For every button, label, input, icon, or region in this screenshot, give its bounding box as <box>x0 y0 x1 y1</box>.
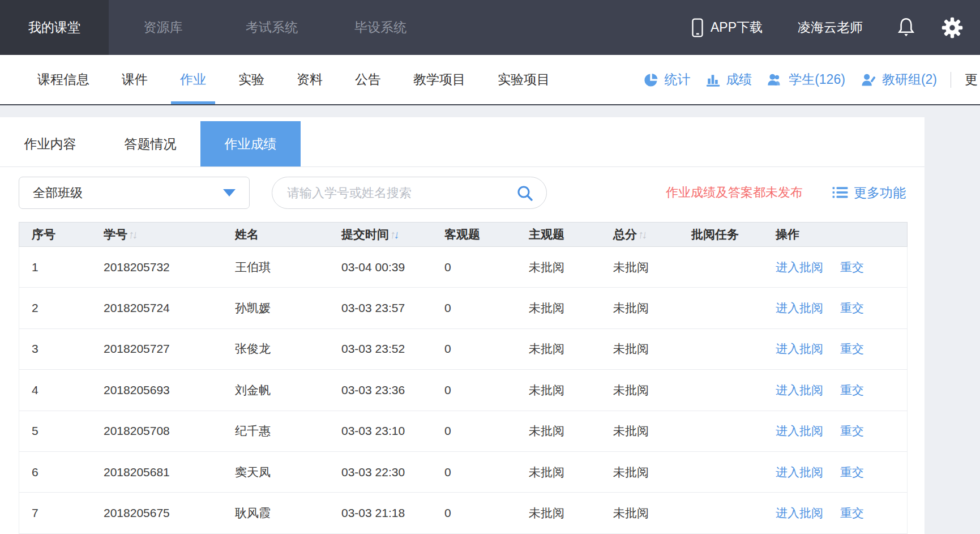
resubmit-link[interactable]: 重交 <box>840 300 864 316</box>
search-input[interactable] <box>287 186 502 200</box>
cell-index: 6 <box>19 465 91 479</box>
enter-review-link[interactable]: 进入批阅 <box>776 341 823 357</box>
column-header: 批阅任务 <box>679 227 763 242</box>
column-header: 客观题 <box>432 227 516 242</box>
course-nav-item[interactable]: 教学项目 <box>413 55 465 104</box>
top-nav-item-active[interactable]: 我的课堂 <box>0 0 109 55</box>
cell-objective: 0 <box>432 383 516 397</box>
bar-chart-icon <box>705 72 721 88</box>
students-icon <box>767 72 784 88</box>
enter-review-link[interactable]: 进入批阅 <box>776 423 823 439</box>
app-download-link[interactable]: APP下载 <box>691 18 763 37</box>
cell-name: 窦天凤 <box>222 464 329 480</box>
resubmit-link[interactable]: 重交 <box>840 382 864 398</box>
cell-subjective: 未批阅 <box>516 464 601 480</box>
cell-objective: 0 <box>432 424 516 438</box>
filter-bar: 全部班级 作业成绩及答案都未发布 更多功能 <box>0 167 925 221</box>
tools-divider <box>951 72 951 88</box>
more-functions-label: 更多功能 <box>854 184 906 202</box>
cell-student-id: 2018205732 <box>91 260 222 274</box>
course-nav-item-active[interactable]: 作业 <box>180 55 206 104</box>
top-nav-item[interactable]: 毕设系统 <box>326 0 435 55</box>
gear-icon[interactable] <box>942 17 963 39</box>
cell-subjective: 未批阅 <box>516 505 601 521</box>
cell-student-id: 2018205727 <box>91 342 222 356</box>
cell-objective: 0 <box>432 260 516 274</box>
cell-index: 2 <box>19 301 91 315</box>
cell-name: 孙凯媛 <box>222 300 329 316</box>
sort-icon[interactable]: ↑↓ <box>127 228 137 241</box>
tool-button[interactable]: 教研组(2) <box>860 71 937 88</box>
table-row: 12018205732王伯琪03-04 00:390未批阅未批阅进入批阅重交 <box>19 247 908 288</box>
column-header[interactable]: 学号↑↓ <box>91 227 222 242</box>
search-icon[interactable] <box>516 184 534 202</box>
column-header[interactable]: 提交时间↑↓ <box>329 227 432 242</box>
tool-button[interactable]: 成绩 <box>705 71 752 88</box>
cell-submit-time: 03-03 21:18 <box>329 506 432 520</box>
cell-actions: 进入批阅重交 <box>763 505 907 521</box>
sort-icon[interactable]: ↑↓ <box>389 228 399 241</box>
more-functions-button[interactable]: 更多功能 <box>832 167 906 218</box>
tab[interactable]: 答题情况 <box>100 121 200 166</box>
course-nav-item[interactable]: 资料 <box>297 55 323 104</box>
phone-icon <box>691 18 704 37</box>
cell-submit-time: 03-03 23:36 <box>329 383 432 397</box>
cell-submit-time: 03-03 23:52 <box>329 342 432 356</box>
resubmit-link[interactable]: 重交 <box>840 341 864 357</box>
table-row: 42018205693刘金帆03-03 23:360未批阅未批阅进入批阅重交 <box>19 370 908 411</box>
homework-tabs: 作业内容答题情况作业成绩 <box>0 117 925 167</box>
cell-student-id: 2018205681 <box>91 465 222 479</box>
cell-total: 未批阅 <box>601 259 679 275</box>
tool-button[interactable]: 统计 <box>643 71 690 88</box>
course-nav-item[interactable]: 实验 <box>238 55 264 104</box>
course-nav-item[interactable]: 实验项目 <box>498 55 550 104</box>
teacher-group-icon <box>860 72 877 88</box>
cell-student-id: 2018205708 <box>91 424 222 438</box>
cell-total: 未批阅 <box>601 464 679 480</box>
cell-objective: 0 <box>432 506 516 520</box>
more-menu[interactable]: 更 <box>965 71 978 88</box>
enter-review-link[interactable]: 进入批阅 <box>776 259 823 275</box>
list-icon <box>832 185 848 200</box>
enter-review-link[interactable]: 进入批阅 <box>776 505 823 521</box>
course-nav-item[interactable]: 课件 <box>122 55 148 104</box>
tool-label: 教研组(2) <box>882 71 937 88</box>
tool-label: 成绩 <box>726 71 752 88</box>
tool-label: 统计 <box>664 71 690 88</box>
top-nav-item[interactable]: 考试系统 <box>217 0 326 55</box>
course-nav-item[interactable]: 公告 <box>355 55 381 104</box>
bell-icon[interactable] <box>897 17 915 38</box>
content-card: 作业内容答题情况作业成绩 全部班级 作业成绩及答案都未发布 更多功能 序号学号↑… <box>0 117 925 534</box>
sort-icon[interactable]: ↑↓ <box>637 228 647 241</box>
enter-review-link[interactable]: 进入批阅 <box>776 382 823 398</box>
enter-review-link[interactable]: 进入批阅 <box>776 300 823 316</box>
resubmit-link[interactable]: 重交 <box>840 505 864 521</box>
course-navbar: 课程信息课件作业实验资料公告教学项目实验项目 统计成绩学生(126)教研组(2)… <box>0 55 980 104</box>
cell-name: 耿风霞 <box>222 505 329 521</box>
cell-submit-time: 03-03 22:30 <box>329 465 432 479</box>
nav-separator <box>0 104 980 105</box>
resubmit-link[interactable]: 重交 <box>840 464 864 480</box>
cell-objective: 0 <box>432 465 516 479</box>
enter-review-link[interactable]: 进入批阅 <box>776 464 823 480</box>
tool-button[interactable]: 学生(126) <box>767 71 845 88</box>
column-header: 序号 <box>19 227 91 242</box>
tab[interactable]: 作业内容 <box>0 121 100 166</box>
tab-active[interactable]: 作业成绩 <box>200 121 301 166</box>
class-dropdown[interactable]: 全部班级 <box>19 177 250 209</box>
resubmit-link[interactable]: 重交 <box>840 423 864 439</box>
column-header: 姓名 <box>222 227 329 242</box>
resubmit-link[interactable]: 重交 <box>840 259 864 275</box>
top-navbar: 我的课堂资源库考试系统毕设系统 APP下载 凌海云老师 <box>0 0 980 55</box>
pie-chart-icon <box>643 72 659 88</box>
column-header[interactable]: 总分↑↓ <box>601 227 679 242</box>
cell-submit-time: 03-03 23:10 <box>329 424 432 438</box>
cell-total: 未批阅 <box>601 505 679 521</box>
cell-student-id: 2018205675 <box>91 506 222 520</box>
cell-submit-time: 03-03 23:57 <box>329 301 432 315</box>
user-name[interactable]: 凌海云老师 <box>798 19 863 36</box>
cell-actions: 进入批阅重交 <box>763 423 907 439</box>
top-nav-items: 我的课堂资源库考试系统毕设系统 <box>0 0 435 55</box>
course-nav-item[interactable]: 课程信息 <box>37 55 89 104</box>
top-nav-item[interactable]: 资源库 <box>109 0 217 55</box>
